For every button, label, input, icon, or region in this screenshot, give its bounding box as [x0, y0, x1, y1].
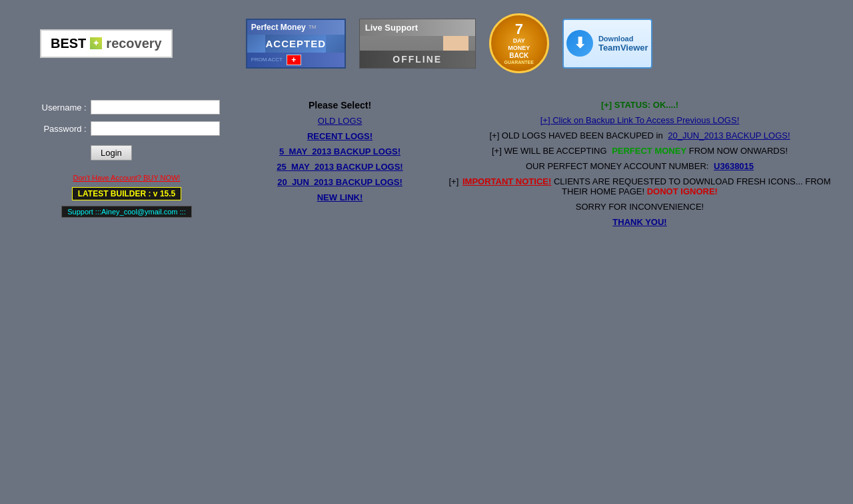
account-line: OUR PERFECT MONEY ACCOUNT NUMBER: U36380…: [446, 161, 833, 171]
username-input[interactable]: [91, 100, 220, 115]
old-logs-link[interactable]: OLD LOGS: [318, 116, 362, 126]
logo-text-recovery: recovery: [106, 36, 161, 51]
pm-from-text: FROM ACCT: [251, 57, 283, 63]
latest-builder-badge: LATEST BUILDER : v 15.5: [72, 187, 181, 200]
mb-money: MONEY: [508, 45, 530, 51]
backup-link-line: [+] Click on Backup Link To Access Previ…: [446, 115, 833, 125]
recent-logs-link[interactable]: RECENT LOGS!: [307, 131, 373, 141]
top-banner: BEST ✦ recovery Perfect Money TM ACCEPTE…: [0, 0, 853, 87]
mb-guarantee: GUARANTEE: [504, 60, 534, 65]
status-line: [+] STATUS: OK....!: [446, 100, 833, 110]
tv-name-text: TeamViewer: [598, 43, 648, 53]
login-button[interactable]: Login: [91, 145, 132, 160]
sorry-text: SORRY FOR INCONVENIENCE!: [576, 202, 704, 212]
thank-you-line: THANK YOU!: [446, 217, 833, 227]
backup-5may-link[interactable]: 5_MAY_2013 BACKUP LOGS!: [279, 146, 401, 156]
backup-25may-link[interactable]: 25_MAY_2013 BACKUP LOGS!: [277, 162, 403, 172]
left-links: Don't Have Account? BUY NOW! LATEST BUIL…: [33, 174, 220, 218]
main-container: BEST ✦ recovery Perfect Money TM ACCEPTE…: [0, 0, 853, 504]
support-person: [442, 36, 470, 51]
live-support-banner[interactable]: Live Support: [359, 19, 476, 69]
mb-day-text: DAY: [513, 37, 525, 44]
mb-days: 7: [515, 22, 523, 37]
important-line: [+] IMPORTANT NOTICE! CLIENTS ARE REQUES…: [446, 176, 833, 196]
thank-you-link[interactable]: THANK YOU!: [612, 217, 666, 227]
pm-title: Perfect Money: [251, 23, 306, 32]
live-support-offline: OFFLINE: [393, 54, 442, 65]
money-back-banner[interactable]: 7 DAY MONEY BACK GUARANTEE: [489, 13, 549, 73]
buy-now-link[interactable]: Don't Have Account? BUY NOW!: [73, 174, 181, 182]
account-number: U3638015: [714, 161, 754, 171]
login-btn-row: Login: [33, 145, 220, 160]
password-label: Password :: [33, 124, 87, 134]
logo-text-best: BEST: [51, 36, 86, 51]
teamviewer-icon: ⬇: [566, 30, 593, 57]
password-input[interactable]: [91, 121, 220, 136]
left-column: Username : Password : Login Don't Have A…: [0, 93, 253, 497]
banner-images: Perfect Money TM ACCEPTED FROM ACCT +: [246, 13, 813, 73]
pm-tm: TM: [309, 24, 317, 30]
please-select: Please Select!: [309, 100, 371, 111]
logo-box: BEST ✦ recovery: [40, 29, 173, 58]
username-label: Username :: [33, 103, 87, 113]
content-area: Username : Password : Login Don't Have A…: [0, 87, 853, 504]
backup-20jun-link[interactable]: 20_JUN_2013 BACKUP LOGS!: [277, 177, 403, 187]
new-link[interactable]: NEW LINK!: [317, 192, 363, 202]
old-logs-backed-line: [+] OLD LOGS HAVED BEEN BACKUPED in 20_J…: [446, 130, 833, 140]
username-row: Username :: [33, 100, 220, 115]
status-text: [+] STATUS: OK....!: [601, 100, 678, 110]
important-prefix: [+]: [448, 176, 458, 186]
old-logs-backed-text: [+] OLD LOGS HAVED BEEN BACKUPED in: [489, 130, 662, 140]
middle-column: Please Select! OLD LOGS RECENT LOGS! 5_M…: [253, 93, 426, 497]
login-form: Username : Password :: [33, 100, 220, 136]
jun-backup-link[interactable]: 20_JUN_2013 BACKUP LOGS!: [668, 130, 790, 140]
password-row: Password :: [33, 121, 220, 136]
accepting-text: [+] WE WILL BE ACCEPTING: [492, 146, 607, 156]
accepting-pm-line: [+] WE WILL BE ACCEPTING PERFECT MONEY F…: [446, 146, 833, 156]
donot-ignore: DONOT IGNORE!: [647, 186, 718, 196]
tv-download-text: Download: [598, 35, 648, 43]
account-label: OUR PERFECT MONEY ACCOUNT NUMBER:: [526, 161, 708, 171]
from-now-text: FROM NOW ONWARDS!: [689, 146, 788, 156]
logo-icon: ✦: [93, 39, 99, 48]
live-support-title: Live Support: [365, 23, 418, 33]
perfect-money-text: PERFECT MONEY: [612, 146, 686, 156]
mb-back: BACK: [509, 52, 528, 59]
support-badge: Support :::Ainey_cool@ymail.com :::: [61, 206, 191, 218]
important-notice: IMPORTANT NOTICE!: [462, 176, 551, 186]
sorry-line: SORRY FOR INCONVENIENCE!: [446, 202, 833, 212]
perfect-money-banner[interactable]: Perfect Money TM ACCEPTED FROM ACCT +: [246, 19, 346, 69]
teamviewer-banner[interactable]: ⬇ Download TeamViewer: [562, 19, 652, 69]
pm-accepted: ACCEPTED: [265, 38, 326, 49]
backup-access-link[interactable]: [+] Click on Backup Link To Access Previ…: [540, 115, 740, 125]
logo-area: BEST ✦ recovery: [40, 29, 173, 58]
swiss-flag: +: [287, 55, 301, 65]
right-column: [+] STATUS: OK....! [+] Click on Backup …: [426, 93, 853, 497]
